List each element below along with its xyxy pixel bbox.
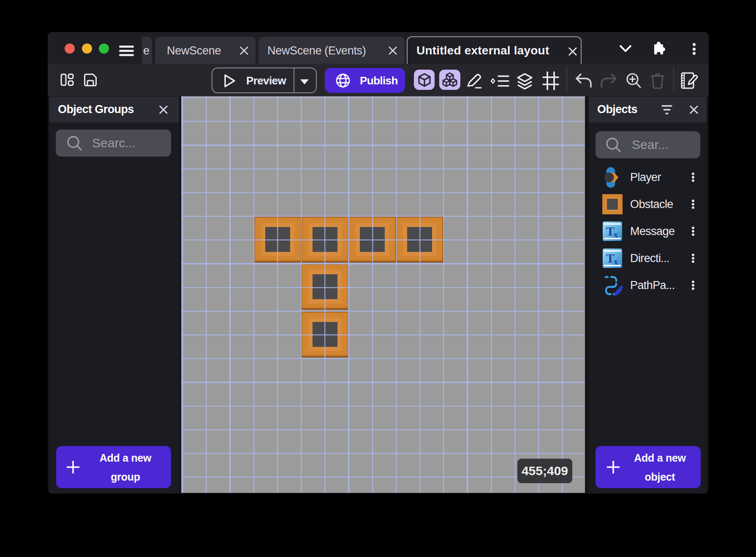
svg-text:T: T [606,251,615,265]
svg-text:x: x [614,257,618,266]
svg-text:T: T [606,224,615,238]
svg-text:x: x [614,230,618,239]
